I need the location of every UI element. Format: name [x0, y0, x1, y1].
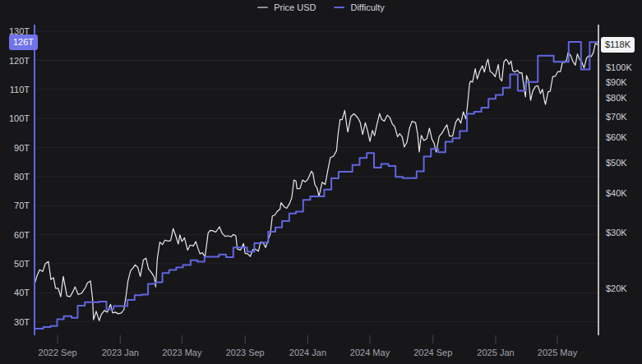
difficulty-tick-label: 80T [14, 172, 30, 182]
price-tick-label: $30K [606, 228, 627, 237]
chart-panel: Price USD Difficulty 2022 Sep2023 Jan202… [0, 0, 642, 364]
difficulty-last-value-badge: 126T [9, 35, 38, 50]
legend-item-price-usd[interactable]: Price USD [257, 2, 316, 12]
difficulty-tick-label: 120T [9, 56, 30, 66]
x-axis: 2022 Sep2023 Jan2023 May2023 Sep2024 Jan… [39, 335, 578, 357]
right-axis-labels: $100K$90K$80K$70K$60K$50K$40K$30K$20K [606, 62, 632, 293]
x-tick-label: 2025 Jan [477, 348, 514, 357]
difficulty-tick-label: 60T [14, 230, 30, 240]
price-tick-label: $50K [606, 158, 627, 168]
difficulty-tick-label: 50T [14, 259, 30, 269]
price-tick-label: $60K [606, 132, 627, 142]
price-tick-label: $80K [606, 93, 627, 103]
x-tick-label: 2024 Sep [413, 348, 452, 357]
x-tick-label: 2024 May [350, 348, 390, 357]
price-line-swatch-icon [257, 7, 268, 8]
difficulty-line-swatch-icon [334, 7, 344, 8]
difficulty-tick-label: 100T [9, 113, 30, 123]
x-tick-label: 2023 Sep [226, 348, 265, 357]
x-tick-label: 2024 Jan [289, 348, 326, 357]
price-tick-label: $100K [606, 62, 632, 72]
difficulty-tick-label: 40T [14, 288, 30, 297]
price-difficulty-chart[interactable]: 2022 Sep2023 Jan2023 May2023 Sep2024 Jan… [0, 0, 642, 364]
x-tick-label: 2023 Jan [102, 348, 139, 357]
price-last-value-badge: $118K [601, 37, 635, 53]
legend-label-difficulty: Difficulty [350, 2, 384, 12]
price-tick-label: $20K [606, 283, 627, 293]
legend-item-difficulty[interactable]: Difficulty [334, 2, 384, 12]
difficulty-line [35, 42, 598, 329]
price-tick-label: $70K [606, 112, 627, 122]
x-tick-label: 2025 May [538, 348, 578, 357]
legend-label-price-usd: Price USD [274, 2, 316, 12]
price-line [35, 44, 598, 320]
difficulty-tick-label: 70T [14, 200, 30, 210]
difficulty-tick-label: 110T [10, 85, 30, 94]
price-tick-label: $40K [606, 188, 627, 198]
x-tick-label: 2023 May [162, 348, 202, 357]
chart-legend: Price USD Difficulty [0, 0, 642, 15]
price-tick-label: $90K [606, 77, 627, 87]
x-tick-label: 2022 Sep [39, 348, 77, 357]
left-axis-labels: 130T120T110T100T90T80T70T60T50T40T30T [9, 26, 30, 327]
difficulty-tick-label: 90T [14, 143, 30, 153]
difficulty-tick-label: 30T [14, 317, 30, 327]
